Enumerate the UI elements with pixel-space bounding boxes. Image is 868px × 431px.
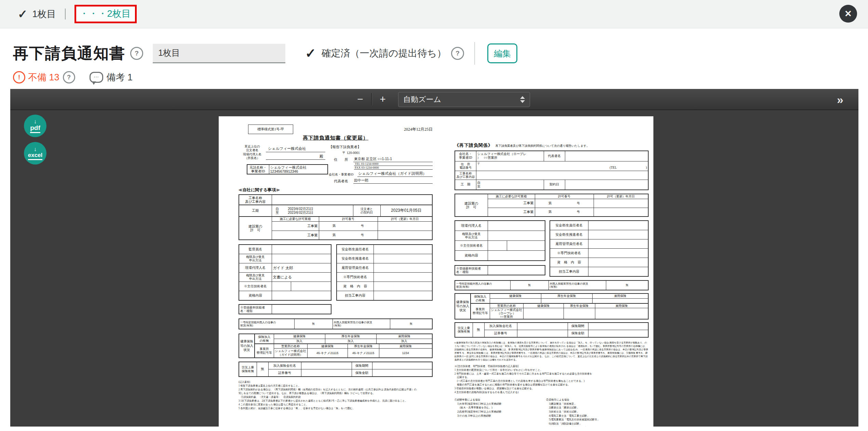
qualification-lists: ①経験年数による場合 1)大学卒[指定学科] 3年以上の実務経験 (短大・高専卒… bbox=[455, 398, 649, 427]
employment-number-header: 雇用保険 bbox=[595, 303, 648, 308]
qual-item: 3)技術士法「技術士試験」 bbox=[549, 410, 649, 414]
download-pdf-button[interactable]: ↓ pdf bbox=[24, 115, 46, 137]
qualification-value bbox=[272, 291, 331, 301]
permit-row-date bbox=[594, 208, 648, 217]
employment-number-value bbox=[595, 308, 648, 319]
permit-row-number: 第号 bbox=[319, 231, 378, 240]
pension-join-value bbox=[541, 299, 592, 304]
representative-value: 田中一郎 bbox=[353, 178, 433, 184]
representative-label: 代表者名 bbox=[329, 179, 353, 184]
permit-no-suffix: 号 bbox=[361, 224, 364, 228]
staff-tables-row: 監督員名 権限及び意見 申出方法 現場代理人名ガイド 太郎 権限及び意見 申出方… bbox=[239, 244, 433, 301]
title-help-icon[interactable]: ? bbox=[130, 47, 143, 60]
close-button[interactable]: ✕ bbox=[839, 5, 857, 23]
permit-header-type: 施工に必要な許可業種 bbox=[272, 217, 319, 221]
doc-header-columns: 直近上位の 注文者名 現場代理人名 （所長名） シェルフィー株式会社 殿 元請名… bbox=[239, 145, 433, 184]
authority-value: 文書による bbox=[272, 273, 331, 282]
sub-insurance-block: 健康保険 等の加入 状況 保険加入 の有無 健康保険 厚生年金保険 雇用保険 bbox=[455, 293, 649, 319]
tab-page-1[interactable]: 1枚目 bbox=[32, 8, 56, 20]
office-code-label: 事業所 整理記号等 bbox=[471, 303, 490, 319]
doc-left-half: 標準様式第1号-甲 2024年12月25日 再下請負通知書（変更届） 直近上位の… bbox=[239, 125, 433, 410]
download-icon: ↓ bbox=[34, 119, 37, 125]
sub-rosai-insurance-table: 労災上乗 保険有無 無 加入保険会社名 保険期間 証券番号 保険金額 bbox=[455, 322, 649, 338]
safety-chief-label: 安全衛生責任者名 bbox=[337, 245, 374, 254]
notes-heading: (記入要領) bbox=[239, 380, 433, 384]
engineer-notes-heading: ※[主任技術者、専門技術者、登録基幹技能者の記入要領] bbox=[455, 365, 649, 368]
office-name-header: 営業所の名称 bbox=[490, 303, 523, 308]
permit-header-type: 施工に必要な許可業種 bbox=[488, 194, 535, 199]
defect-help-icon[interactable]: ? bbox=[63, 71, 75, 83]
qual-item: 5)電気事業法「電気主任技術者国家試験等」 bbox=[549, 418, 649, 422]
tab-page-2-highlight-box[interactable]: ・・・2枚目 bbox=[74, 5, 137, 23]
tab-page-2[interactable]: ・・・2枚目 bbox=[80, 8, 131, 20]
authority-label: 権限及び意見 申出方法 bbox=[239, 273, 272, 282]
document-page[interactable]: 標準様式第1号-甲 2024年12月25日 再下請負通知書（変更届） 直近上位の… bbox=[219, 116, 653, 427]
rosai-period-label: 保険期間 bbox=[352, 362, 372, 369]
form-code-box: 標準様式第1号-甲 bbox=[248, 125, 293, 134]
pdf-viewer: − + 自動ズーム » ↓ pdf ↓ excel 標準様式第1号-甲 2024… bbox=[10, 89, 858, 427]
subcontract-heading-row: 《再下請負関係》 再下請負業者及び再下請負契約関係について次の通り報告いたします… bbox=[455, 142, 649, 148]
health-number-value: 46-キナメ21115 bbox=[307, 348, 348, 358]
insurance-office-table: 事業所 整理記号等 営業所の名称 健康保険 厚生年金保険 雇用保険 シェルフィー… bbox=[470, 303, 649, 319]
dots-glyph: ⋯ bbox=[94, 74, 99, 79]
qualification-value bbox=[488, 251, 545, 261]
status-text: 確定済（一次請の提出待ち） bbox=[322, 47, 446, 60]
status-help-icon[interactable]: ? bbox=[451, 47, 464, 60]
employment-number-value: 1234 bbox=[379, 348, 432, 358]
pension-number-value: 46-キナメ21115 bbox=[348, 348, 379, 358]
permit-no-prefix: 第 bbox=[548, 210, 552, 214]
page1-check-icon: ✓ bbox=[18, 7, 28, 21]
sub-key-technician-table: ※登録基幹技能者 名・種類 bbox=[455, 265, 545, 275]
permit-table: 建設業の 許 可 施工に必要な許可業種 許可番号 許可（更新）年月日 工事業 第… bbox=[239, 216, 433, 240]
app-window: ✓ 1枚目 ・・・2枚目 ✕ 再下請負通知書 ? ✓ 確定済（一次請の提出待ち）… bbox=[0, 0, 868, 431]
rosai-amount-value bbox=[372, 369, 432, 377]
sidebar-expand-icon[interactable]: » bbox=[837, 93, 842, 106]
supervisor-label: 監督員名 bbox=[239, 245, 272, 254]
sub-rep-value bbox=[565, 151, 648, 161]
health-number-header: 健康保険 bbox=[523, 303, 564, 308]
note-line: 5 各外国人材が、当該建設工事に従事する場合は「有」、従事する予定がない場合は「… bbox=[239, 407, 433, 410]
employment-manager-value bbox=[374, 263, 432, 273]
prime-value: シェルフィー株式会社 12345678912346 bbox=[269, 165, 328, 174]
qual-item: 7)職業能力開発促進法「技能検定」 bbox=[549, 426, 649, 427]
experience-qualifications: ①経験年数による場合 1)大学卒[指定学科] 3年以上の実務経験 (短大・高専卒… bbox=[455, 398, 546, 427]
defect-count-badge[interactable]: 不備 13 bbox=[28, 71, 59, 83]
period-values: 自2023年02月21日 至2023年02月21日 bbox=[272, 205, 353, 217]
qual-item: 6)消防法「消防設備士試験」 bbox=[549, 422, 649, 426]
sub-postal-mark: 〒 bbox=[477, 162, 647, 166]
sub-staff-tables-row: 現場代理人名 権限及び意見 申出方法 ※主任技術者名 資格内容 ※登録基幹技能者… bbox=[455, 220, 649, 277]
foreign2-value: 無 bbox=[390, 319, 432, 329]
reporter-address-row: 住 所 東京都 足立区 ○○1-11-1 bbox=[329, 156, 433, 162]
pension-header: 厚生年金保険 bbox=[541, 293, 592, 299]
insurance-office-table: 事業所 整理記号等 営業所の名称 健康保険 厚生年金保険 雇用保険 シェルフィー… bbox=[254, 343, 433, 358]
assigned-work-label: 担当工事内容 bbox=[550, 267, 588, 277]
document-name-input[interactable] bbox=[153, 44, 285, 63]
license-qualifications: ②資格等による場合 1)建設業法「技術検定」 2)建築士法「建築士試験」 3)技… bbox=[546, 398, 649, 427]
zoom-in-button[interactable]: + bbox=[375, 92, 390, 107]
excel-label: excel bbox=[28, 152, 43, 160]
foreign1-label: 一号特定技能外国人の従事の 状況(有無) bbox=[239, 319, 294, 329]
employment-header: 雇用保険 bbox=[376, 334, 432, 339]
remark-count-badge[interactable]: 備考 1 bbox=[107, 71, 133, 83]
office-code-label: 事業所 整理記号等 bbox=[255, 344, 274, 358]
sub-contract-value bbox=[565, 180, 648, 190]
status-area: ✓ 確定済（一次請の提出待ち） ? bbox=[305, 46, 464, 61]
employment-manager-label: 雇用管理責任者名 bbox=[550, 239, 588, 249]
sub-staff-left-column: 現場代理人名 権限及び意見 申出方法 ※主任技術者名 資格内容 ※登録基幹技能者… bbox=[455, 220, 545, 277]
sub-tel-blank: (TEL ) bbox=[610, 166, 647, 170]
sub-staff-right-table: 安全衛生責任者名 安全衛生推進者名 雇用管理責任者名 ※専門技術者名 資 格 内… bbox=[550, 220, 649, 277]
edit-button[interactable]: 編集 bbox=[487, 43, 517, 63]
qualification-detail-value bbox=[588, 258, 648, 267]
qualification-detail-label: 資 格 内 容 bbox=[550, 258, 588, 267]
rosai-company-label: 加入保険会社名 bbox=[484, 323, 517, 330]
rosai-cert-value bbox=[301, 369, 352, 377]
download-excel-button[interactable]: ↓ excel bbox=[24, 142, 46, 165]
tab-separator bbox=[65, 9, 66, 19]
insurance-block-label: 健康保険 等の加入 状況 bbox=[455, 293, 471, 319]
zoom-mode-select[interactable]: 自動ズーム bbox=[398, 92, 530, 107]
tel-line: TEL 03-1234-0000 bbox=[354, 162, 433, 166]
zoom-out-button[interactable]: − bbox=[353, 92, 368, 107]
assigned-work-value bbox=[588, 267, 648, 277]
qual-item: 1)建設業法「技術検定」 bbox=[549, 402, 649, 406]
subcontractor-company-table: 会社名・ 事業者ID シェルフィー株式会社（ロープレ ） ○○営業所 代表者名 … bbox=[455, 151, 649, 190]
